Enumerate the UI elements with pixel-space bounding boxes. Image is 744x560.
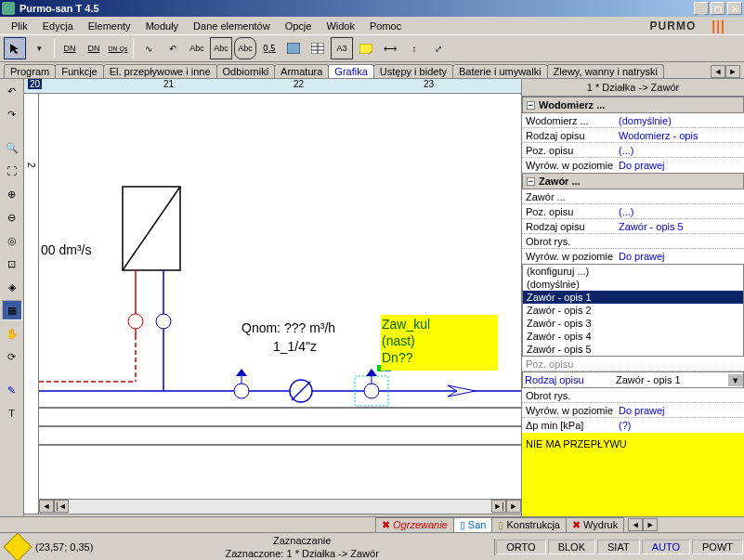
tool-dim-v[interactable]: ↕	[403, 37, 425, 59]
menu-edycja[interactable]: Edycja	[35, 19, 81, 33]
val-wodomierz[interactable]: (domyślnie)	[615, 115, 744, 126]
tool-half[interactable]: 0̲,5̲	[258, 37, 281, 59]
tool-dnqs[interactable]: DN Qs	[107, 37, 129, 59]
view-toolbar: ↶ ↷ 🔍 ⛶ ⊕ ⊖ ◎ ⊡ ◈ ▦ ✋ ⟳ ✎ T	[0, 79, 24, 532]
drawing-canvas[interactable]: 00 dm³/s Qnom: ??? m³/h 1_1/4"z Zaw_kul …	[39, 94, 521, 514]
svg-marker-25	[366, 369, 377, 376]
close-button[interactable]: ✕	[727, 2, 742, 15]
svg-point-12	[156, 314, 171, 329]
rodzaj-opisu-editor[interactable]: Rodzaj opisu Zawór - opis 1▾	[522, 371, 744, 388]
menu-widok[interactable]: Widok	[319, 19, 362, 33]
menu-moduly[interactable]: Moduły	[138, 19, 186, 33]
tool-table-icon[interactable]	[307, 37, 329, 59]
section-zawor[interactable]: −Zawór ...	[522, 173, 744, 189]
menu-opcje[interactable]: Opcje	[278, 19, 320, 33]
btab-scroll-left[interactable]: ◄	[628, 518, 643, 531]
tab-elprzeplyw[interactable]: El. przepływowe i inne	[103, 64, 217, 78]
app-icon	[2, 2, 15, 15]
mode-auto[interactable]: AUTO	[642, 540, 690, 554]
pan-icon[interactable]: ✋	[2, 323, 22, 344]
tab-scroll-right[interactable]: ►	[725, 65, 740, 78]
layer-icon[interactable]: ▦	[2, 300, 22, 320]
tab-scroll-left[interactable]: ◄	[711, 65, 725, 78]
svg-point-11	[128, 314, 143, 329]
maximize-button[interactable]: □	[711, 2, 725, 15]
svg-line-8	[123, 187, 180, 270]
tool-dim-d[interactable]: ⤢	[427, 37, 450, 59]
zoom-plus-icon[interactable]: ⊕	[2, 184, 22, 204]
svg-point-23	[364, 384, 379, 398]
window-title: Purmo-san T 4.5	[18, 3, 692, 14]
hscroll-left[interactable]: ◄	[39, 500, 54, 513]
text-tool-icon[interactable]: T	[2, 403, 22, 423]
zoom-extents-icon[interactable]: ⊡	[2, 254, 22, 274]
dropdown-arrow[interactable]: ▾	[28, 37, 50, 59]
tool-wave[interactable]: ∿	[137, 37, 160, 59]
tool-dn2[interactable]: DN	[83, 37, 105, 59]
mode-powt[interactable]: POWT	[692, 540, 743, 554]
status-coord: (23,57; 0,35)	[35, 541, 110, 553]
tab-grafika[interactable]: Grafika	[328, 64, 373, 78]
zoom-scale-icon[interactable]: ◈	[2, 277, 22, 297]
hscroll-right[interactable]: ►	[506, 500, 521, 513]
tab-zlewy[interactable]: Zlewy, wanny i natryski	[547, 64, 664, 78]
zoom-fit-icon[interactable]: ◎	[2, 230, 22, 251]
svg-point-17	[234, 384, 249, 398]
tab-odbiorniki[interactable]: Odbiorniki	[216, 64, 276, 78]
minimize-button[interactable]: _	[694, 2, 709, 15]
tool-abc[interactable]: Abc	[186, 37, 208, 59]
menu-plik[interactable]: Plik	[4, 19, 35, 33]
tool-dn1[interactable]: DN	[59, 37, 81, 59]
tool-dim-h[interactable]: ⟷	[379, 37, 401, 59]
zoom-in-icon[interactable]: 🔍	[2, 137, 22, 158]
hscroll-end[interactable]: ►|	[491, 500, 506, 513]
redo-icon[interactable]: ↷	[2, 104, 22, 124]
tab-funkcje[interactable]: Funkcje	[55, 64, 104, 78]
mode-orto[interactable]: ORTO	[496, 540, 545, 554]
valve-annotation: Zaw_kul (nast) Dn??	[381, 315, 498, 371]
tool-note[interactable]	[355, 37, 377, 59]
output-tabs: ✖ Ogrzewanie ▯ San ▯ Konstrukcja ✖ Wydru…	[376, 517, 624, 533]
zoom-window-icon[interactable]: ⛶	[2, 161, 22, 181]
property-panel: 1 * Działka -> Zawór −Wodomierz ... Wodo…	[521, 79, 744, 532]
dim-label: 1_1/4"z	[273, 339, 317, 354]
zoom-minus-icon[interactable]: ⊖	[2, 207, 22, 228]
tool-abc-round[interactable]: Abc	[234, 37, 256, 59]
btab-san[interactable]: ▯ San	[453, 517, 493, 533]
tool-undo-shape[interactable]: ↶	[162, 37, 184, 59]
mode-siat[interactable]: SIAT	[597, 540, 640, 554]
menu-pomoc[interactable]: Pomoc	[362, 19, 409, 33]
toolbar: ▾ DN DN DN Qs ∿ ↶ Abc Abc Abc 0̲,5̲ A3 ⟷…	[0, 34, 744, 62]
opis-dropdown[interactable]: (konfiguruj ...) (domyślnie) Zawór - opi…	[522, 264, 744, 357]
section-wodomierz[interactable]: −Wodomierz ...	[522, 97, 744, 113]
flow-unit-label: 00 dm³/s	[41, 242, 91, 257]
status-diamond-icon	[3, 532, 32, 560]
btab-scroll-right[interactable]: ►	[643, 518, 658, 531]
status-center: Zaznaczanie Zaznaczone: 1 * Działka -> Z…	[110, 534, 494, 560]
refresh-icon[interactable]: ⟳	[2, 346, 22, 367]
pencil-icon[interactable]: ✎	[2, 380, 22, 400]
titlebar: Purmo-san T 4.5 _ □ ✕	[0, 0, 744, 17]
brand-logo: PURMO|||	[635, 18, 740, 34]
tab-ustepy[interactable]: Ustępy i bidety	[373, 64, 453, 78]
svg-rect-1	[287, 43, 300, 54]
hscroll-start[interactable]: |◄	[54, 500, 69, 513]
tab-program[interactable]: Program	[4, 64, 56, 78]
property-title: 1 * Działka -> Zawór	[522, 79, 744, 97]
btab-konstrukcja[interactable]: ▯ Konstrukcja	[491, 517, 567, 533]
btab-wydruk[interactable]: ✖ Wydruk	[566, 517, 624, 533]
tool-abc-rect[interactable]: Abc	[210, 37, 232, 59]
menu-elementy[interactable]: Elementy	[81, 19, 138, 33]
status-modes: ORTO BLOK SIAT AUTO POWT	[494, 539, 744, 555]
svg-marker-6	[359, 44, 372, 54]
menu-dane[interactable]: Dane elementów	[186, 19, 278, 33]
tab-armatura[interactable]: Armatura	[274, 64, 329, 78]
tool-a3[interactable]: A3	[331, 37, 353, 59]
qnom-label: Qnom: ??? m³/h	[241, 320, 335, 335]
tool-arrow[interactable]	[4, 37, 26, 59]
mode-blok[interactable]: BLOK	[548, 540, 595, 554]
tab-baterie[interactable]: Baterie i umywalki	[452, 64, 548, 78]
undo-icon[interactable]: ↶	[2, 81, 22, 101]
btab-ogrzewanie[interactable]: ✖ Ogrzewanie	[375, 517, 454, 533]
tool-image[interactable]	[282, 37, 305, 59]
